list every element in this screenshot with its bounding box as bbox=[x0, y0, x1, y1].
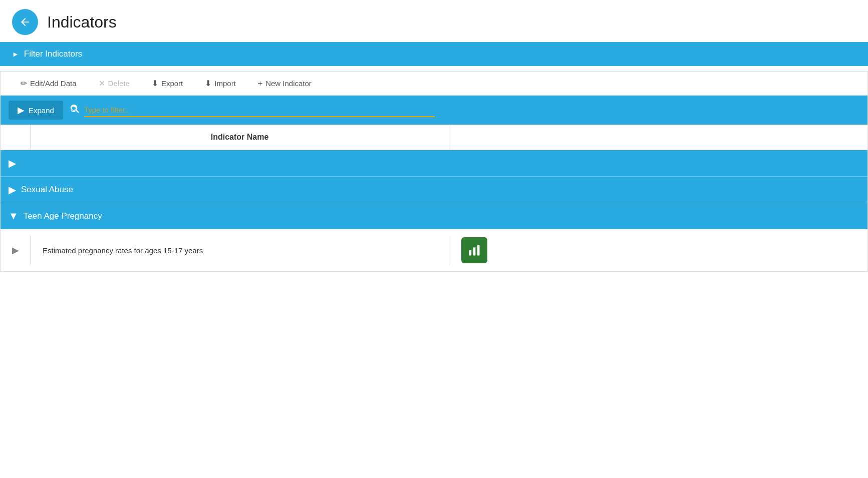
new-indicator-label: New Indicator bbox=[265, 79, 312, 88]
filter-bar[interactable]: ► Filter Indicators bbox=[0, 42, 868, 66]
filter-bar-label: Filter Indicators bbox=[24, 49, 82, 59]
import-icon: ⬇ bbox=[205, 79, 211, 88]
export-button[interactable]: ⬇ Export bbox=[141, 72, 194, 95]
filter-input[interactable] bbox=[84, 104, 435, 117]
chevron-down-icon: ▼ bbox=[9, 210, 19, 222]
delete-button[interactable]: ✕ Delete bbox=[88, 72, 141, 95]
svg-line-1 bbox=[76, 110, 79, 112]
header-indicator-name: Indicator Name bbox=[31, 125, 449, 150]
expand-button[interactable]: ▶ Expand bbox=[9, 101, 63, 120]
svg-rect-2 bbox=[469, 250, 472, 256]
page-title: Indicators bbox=[47, 13, 117, 32]
edit-add-data-button[interactable]: ✏ Edit/Add Data bbox=[10, 72, 88, 95]
page-header: Indicators bbox=[0, 0, 868, 42]
import-button[interactable]: ⬇ Import bbox=[194, 72, 247, 95]
svg-rect-3 bbox=[473, 247, 476, 255]
plus-icon: + bbox=[258, 79, 262, 88]
header-checkbox-cell bbox=[1, 125, 31, 150]
expand-filter-row: ▶ Expand bbox=[1, 96, 867, 125]
category-row-sexual-abuse[interactable]: ▶ Sexual Abuse bbox=[1, 177, 867, 203]
search-icon bbox=[70, 104, 80, 117]
category-row-teen-pregnancy[interactable]: ▼ Teen Age Pregnancy bbox=[1, 203, 867, 229]
row-actions-cell bbox=[449, 229, 867, 271]
chart-button[interactable] bbox=[461, 237, 487, 263]
import-label: Import bbox=[214, 79, 236, 88]
expand-icon: ▶ bbox=[18, 105, 25, 116]
expand-label: Expand bbox=[29, 106, 54, 115]
close-icon: ✕ bbox=[99, 79, 105, 88]
row-expand-cell[interactable]: ▶ bbox=[1, 236, 31, 265]
table-row: ▶ Estimated pregnancy rates for ages 15-… bbox=[1, 229, 867, 272]
filter-chevron-icon: ► bbox=[12, 50, 19, 58]
row-chevron-right-icon[interactable]: ▶ bbox=[12, 245, 19, 256]
indicators-table: ▶ Expand Indicator Name ▶ ▶ Sexual Abuse bbox=[0, 95, 868, 272]
export-label: Export bbox=[161, 79, 183, 88]
header-extra-cell bbox=[449, 125, 867, 150]
new-indicator-button[interactable]: + New Indicator bbox=[247, 72, 323, 95]
export-icon: ⬇ bbox=[152, 79, 158, 88]
delete-label: Delete bbox=[108, 79, 130, 88]
svg-rect-4 bbox=[477, 245, 480, 256]
table-header-row: Indicator Name bbox=[1, 125, 867, 150]
filter-input-wrapper bbox=[70, 104, 859, 117]
toolbar: ✏ Edit/Add Data ✕ Delete ⬇ Export ⬇ Impo… bbox=[0, 71, 868, 95]
category-label-3: Teen Age Pregnancy bbox=[24, 211, 102, 221]
edit-add-label: Edit/Add Data bbox=[30, 79, 77, 88]
chevron-right-icon: ▶ bbox=[9, 157, 16, 169]
indicator-name-cell: Estimated pregnancy rates for ages 15-17… bbox=[31, 236, 449, 265]
pencil-icon: ✏ bbox=[21, 79, 27, 88]
category-label-2: Sexual Abuse bbox=[21, 185, 73, 195]
chevron-right-icon-2: ▶ bbox=[9, 184, 16, 196]
category-row[interactable]: ▶ bbox=[1, 150, 867, 177]
back-button[interactable] bbox=[12, 9, 38, 35]
